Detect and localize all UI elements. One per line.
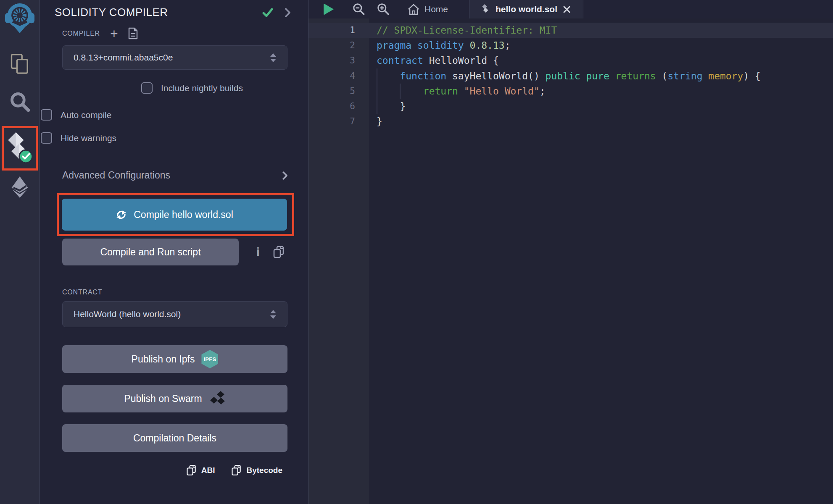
highlight-box-solidity-plugin xyxy=(2,126,38,171)
solidity-compiler-icon xyxy=(6,132,33,164)
refresh-icon xyxy=(116,209,127,220)
home-icon xyxy=(408,4,419,15)
abi-label: ABI xyxy=(201,466,215,475)
code-lines: 1// SPDX-License-Identifier: MIT2pragma … xyxy=(308,18,833,129)
advanced-configurations-label: Advanced Configurations xyxy=(62,170,170,181)
line-number: 6 xyxy=(308,99,355,114)
ipfs-icon: IPFS xyxy=(201,350,218,368)
editor-tabbar: Home hello world.sol xyxy=(308,0,833,18)
hide-warnings-label: Hide warnings xyxy=(61,133,116,143)
publish-ipfs-label: Publish on Ipfs xyxy=(132,354,195,365)
compiler-label: COMPILER xyxy=(62,30,100,37)
sidebar-item-solidity-compiler[interactable] xyxy=(6,132,33,164)
hide-warnings-checkbox[interactable] xyxy=(41,132,52,144)
code-text: contract HelloWorld { xyxy=(377,53,499,68)
tab-home-label: Home xyxy=(424,4,448,14)
code-text: function sayHelloWorld() public pure ret… xyxy=(377,68,761,84)
ethereum-icon xyxy=(10,176,30,199)
code-text: return "Hello World"; xyxy=(377,84,546,99)
icon-sidebar xyxy=(0,0,40,504)
panel-title: SOLIDITY COMPILER xyxy=(55,6,262,19)
compile-and-run-button[interactable]: Compile and Run script xyxy=(62,239,239,265)
compile-and-run-label: Compile and Run script xyxy=(100,247,200,257)
copy-icon xyxy=(186,464,197,477)
tab-hello-world-sol[interactable]: hello world.sol xyxy=(469,0,583,18)
line-number: 5 xyxy=(308,84,355,99)
code-line-2[interactable]: 2pragma solidity 0.8.13; xyxy=(308,38,833,53)
bytecode-label: Bytecode xyxy=(246,466,282,475)
file-explorer-icon xyxy=(9,53,31,75)
code-line-5[interactable]: 5 return "Hello World"; xyxy=(308,84,833,99)
select-updown-icon xyxy=(270,53,276,62)
info-icon[interactable]: i xyxy=(256,245,260,259)
copy-icon xyxy=(231,464,242,477)
contract-label: CONTRACT xyxy=(62,289,102,296)
auto-compile-label: Auto compile xyxy=(61,110,111,120)
code-text: } xyxy=(377,99,406,114)
tab-home[interactable]: Home xyxy=(408,4,448,15)
compiler-version-select[interactable]: 0.8.13+commit.abaa5c0e xyxy=(62,45,287,70)
remix-logo-icon xyxy=(5,2,35,34)
publish-ipfs-button[interactable]: Publish on Ipfs IPFS xyxy=(62,345,287,373)
sidebar-item-file-explorer[interactable] xyxy=(9,51,31,76)
include-nightly-checkbox[interactable] xyxy=(141,82,153,94)
line-number: 7 xyxy=(308,114,355,129)
code-editor[interactable]: 1// SPDX-License-Identifier: MIT2pragma … xyxy=(308,18,833,504)
code-line-7[interactable]: 7} xyxy=(308,114,833,129)
search-icon xyxy=(9,91,31,113)
compile-button[interactable]: Compile hello world.sol xyxy=(62,199,287,231)
contract-section-header: CONTRACT xyxy=(62,289,287,296)
include-nightly-label: Include nightly builds xyxy=(161,83,243,93)
select-updown-icon xyxy=(270,310,276,319)
sidebar-item-deploy-run[interactable] xyxy=(10,175,30,200)
add-compiler-icon[interactable]: + xyxy=(110,29,118,38)
compilation-details-button[interactable]: Compilation Details xyxy=(62,424,287,452)
code-line-6[interactable]: 6 } xyxy=(308,99,833,114)
publish-swarm-button[interactable]: Publish on Swarm xyxy=(62,385,287,412)
solidity-file-icon xyxy=(482,4,490,15)
compile-success-check-icon xyxy=(262,8,273,18)
compiler-config-file-icon[interactable] xyxy=(128,27,138,39)
line-number: 1 xyxy=(308,23,355,38)
code-text: pragma solidity 0.8.13; xyxy=(377,38,511,53)
publish-swarm-label: Publish on Swarm xyxy=(124,393,202,404)
tab-file-label: hello world.sol xyxy=(496,4,557,14)
advanced-chevron-icon xyxy=(282,171,287,180)
hide-warnings-row: Hide warnings xyxy=(41,132,266,144)
line-number: 3 xyxy=(308,53,355,68)
zoom-out-button[interactable] xyxy=(352,3,366,16)
zoom-in-icon xyxy=(377,3,390,16)
line-number: 2 xyxy=(308,38,355,53)
run-script-play-button[interactable] xyxy=(324,3,334,15)
compilation-details-label: Compilation Details xyxy=(133,433,216,444)
indent-guide xyxy=(400,84,401,99)
compile-button-label: Compile hello world.sol xyxy=(134,209,233,220)
zoom-out-icon xyxy=(352,3,366,16)
editor-pane: Home hello world.sol 1// SPDX-License-Id… xyxy=(308,0,833,504)
sidebar-item-search[interactable] xyxy=(9,89,31,114)
code-text: } xyxy=(377,114,382,129)
close-tab-icon[interactable] xyxy=(563,5,571,13)
compile-run-row: Compile and Run script i xyxy=(62,239,287,265)
highlight-box-compile-button: Compile hello world.sol xyxy=(57,193,294,236)
code-text: // SPDX-License-Identifier: MIT xyxy=(377,23,557,38)
code-line-4[interactable]: 4 function sayHelloWorld() public pure r… xyxy=(308,68,833,84)
auto-compile-checkbox[interactable] xyxy=(41,109,52,121)
remix-logo[interactable] xyxy=(5,2,35,34)
code-line-1[interactable]: 1// SPDX-License-Identifier: MIT xyxy=(308,23,833,38)
indent-guide xyxy=(377,68,377,114)
compiler-section-header: COMPILER + xyxy=(62,27,287,39)
collapse-panel-chevron-icon[interactable] xyxy=(285,8,290,17)
copy-bytecode-button[interactable]: Bytecode xyxy=(231,464,282,477)
advanced-configurations-toggle[interactable]: Advanced Configurations xyxy=(62,170,287,181)
auto-compile-row: Auto compile xyxy=(41,109,266,121)
zoom-in-button[interactable] xyxy=(377,3,390,16)
copy-script-icon[interactable] xyxy=(272,245,285,259)
copy-artifacts-row: ABI Bytecode xyxy=(40,464,308,477)
solidity-compiler-panel: SOLIDITY COMPILER COMPILER + 0.8.13+comm… xyxy=(40,0,308,504)
copy-abi-button[interactable]: ABI xyxy=(186,464,215,477)
compiler-version-value: 0.8.13+commit.abaa5c0e xyxy=(74,52,270,63)
contract-select[interactable]: HelloWorld (hello world.sol) xyxy=(62,301,287,327)
panel-header: SOLIDITY COMPILER xyxy=(40,0,308,19)
code-line-3[interactable]: 3contract HelloWorld { xyxy=(308,53,833,68)
